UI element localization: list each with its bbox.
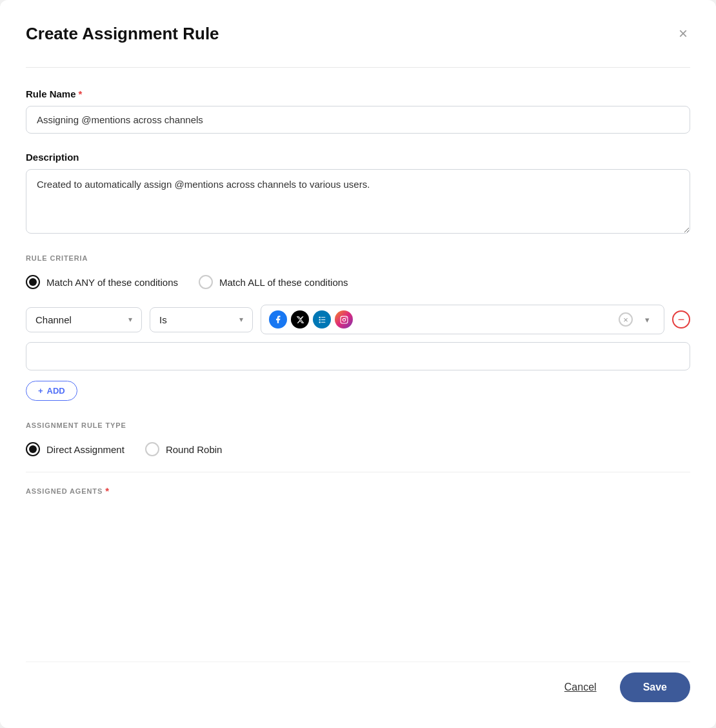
cancel-button[interactable]: Cancel [554,675,607,700]
svg-point-8 [345,317,346,318]
svg-rect-1 [319,319,320,320]
clear-icon: × [623,315,628,325]
match-all-radio[interactable] [199,275,213,289]
description-input[interactable]: Created to automatically assign @mention… [26,169,690,234]
add-label: ADD [47,386,65,396]
direct-assignment-radio[interactable] [26,442,40,456]
channels-dropdown-arrow[interactable]: ▾ [638,310,656,329]
channels-value-field: × ▾ [261,305,664,334]
svg-rect-2 [319,321,320,323]
remove-condition-button[interactable]: − [672,310,690,329]
header-divider [26,67,690,68]
modal-footer: Cancel Save [26,662,690,702]
rule-name-input[interactable] [26,106,690,134]
match-any-radio[interactable] [26,275,40,289]
match-any-option[interactable]: Match ANY of these conditions [26,275,178,289]
attribute-value: Channel [35,314,72,325]
svg-rect-6 [341,316,348,323]
match-all-label: Match ALL of these conditions [219,277,348,288]
rule-name-label: Rule Name * [26,88,690,99]
assigned-agents-section: ASSIGNED AGENTS * [26,472,690,503]
rule-criteria-section: RULE CRITERIA Match ANY of these conditi… [26,254,690,421]
modal-title: Create Assignment Rule [26,24,219,44]
required-star: * [79,88,83,99]
modal-header: Create Assignment Rule × [26,23,690,44]
match-all-option[interactable]: Match ALL of these conditions [199,275,348,289]
criteria-radio-group: Match ANY of these conditions Match ALL … [26,275,690,289]
match-any-label: Match ANY of these conditions [46,277,178,288]
round-robin-option[interactable]: Round Robin [145,442,223,456]
clear-channels-button[interactable]: × [619,312,633,327]
social-icons-group [269,310,353,329]
svg-point-7 [343,318,345,321]
assigned-agents-star: * [105,485,110,496]
svg-rect-5 [321,321,325,322]
linkedin-icon [313,310,331,329]
attribute-chevron-icon: ▾ [128,315,132,324]
direct-assignment-label: Direct Assignment [46,444,124,455]
close-button[interactable]: × [676,23,690,44]
svg-rect-0 [319,316,320,318]
facebook-icon [269,310,287,329]
close-icon: × [679,25,688,42]
description-label: Description [26,152,690,163]
add-icon: + [38,386,43,396]
assignment-rule-type-heading: ASSIGNMENT RULE TYPE [26,421,690,429]
instagram-icon [335,310,353,329]
rule-name-field: Rule Name * [26,88,690,134]
round-robin-label: Round Robin [166,444,223,455]
empty-condition-row [26,342,690,370]
create-assignment-rule-modal: Create Assignment Rule × Rule Name * Des… [0,0,716,728]
direct-assignment-option[interactable]: Direct Assignment [26,442,124,456]
assignment-rule-type-section: ASSIGNMENT RULE TYPE Direct Assignment R… [26,421,690,472]
round-robin-radio[interactable] [145,442,159,456]
save-button[interactable]: Save [620,672,690,702]
minus-icon: − [678,313,685,327]
add-condition-button[interactable]: + ADD [26,381,77,401]
assignment-type-radio-group: Direct Assignment Round Robin [26,442,690,456]
operator-dropdown[interactable]: Is ▾ [150,307,253,332]
assigned-agents-heading: ASSIGNED AGENTS * [26,485,690,496]
twitter-x-icon [291,310,309,329]
condition-row: Channel ▾ Is ▾ [26,305,690,334]
attribute-dropdown[interactable]: Channel ▾ [26,307,142,332]
description-field: Description Created to automatically ass… [26,152,690,236]
rule-criteria-heading: RULE CRITERIA [26,254,690,262]
operator-value: Is [159,314,167,325]
svg-rect-4 [321,319,325,319]
channels-chevron-icon: ▾ [645,315,650,325]
svg-rect-3 [321,317,325,318]
operator-chevron-icon: ▾ [239,315,243,324]
